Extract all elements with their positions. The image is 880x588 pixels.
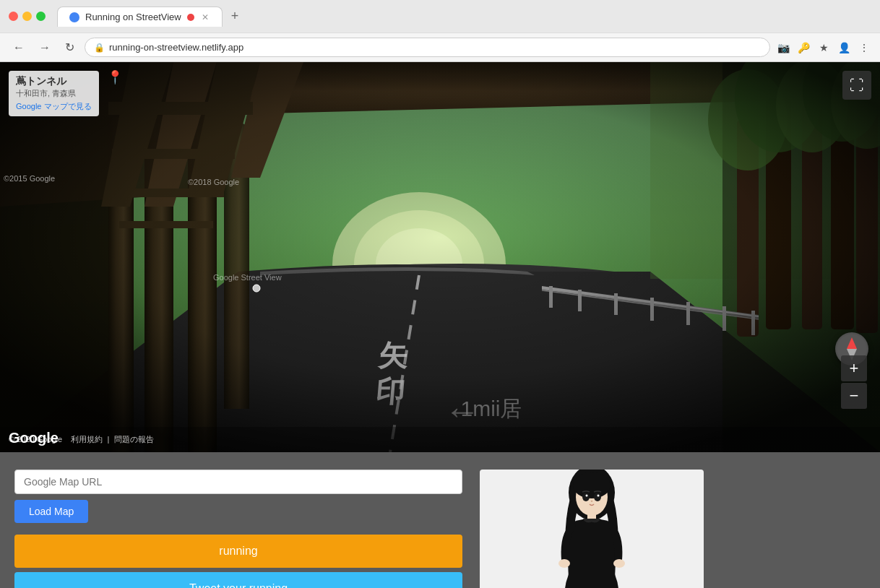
profile-icon[interactable]: 👤 xyxy=(837,40,851,55)
reload-button[interactable]: ↻ xyxy=(61,38,79,57)
browser-titlebar: Running on StreetView ✕ + xyxy=(0,0,880,33)
zoom-in-button[interactable]: + xyxy=(841,355,867,381)
zoom-controls: + − xyxy=(841,355,867,409)
svg-point-50 xyxy=(573,472,611,498)
svg-point-47 xyxy=(253,285,260,292)
svg-point-56 xyxy=(558,559,570,568)
google-maps-link[interactable]: Google マップで見る xyxy=(16,102,92,111)
browser-toolbar-icons: 📷 🔑 ★ 👤 ⋮ xyxy=(776,40,871,55)
bookmark-star-icon[interactable]: ★ xyxy=(816,40,831,55)
load-map-button[interactable]: Load Map xyxy=(14,500,88,523)
bottom-panel: Load Map running Tweet your running xyxy=(0,452,880,588)
streetview-scene-svg: 矢 印 ← 1mii居 xyxy=(0,62,880,452)
ssl-lock-icon: 🔒 xyxy=(94,43,105,53)
anime-character-svg xyxy=(548,470,635,588)
google-map-url-input[interactable] xyxy=(14,470,462,494)
tab-title: Running on StreetView xyxy=(85,12,181,22)
forward-button[interactable]: → xyxy=(35,38,55,57)
address-bar[interactable]: 🔒 running-on-streetview.netlify.app xyxy=(85,38,770,57)
svg-point-51 xyxy=(582,493,590,501)
svg-point-57 xyxy=(613,559,625,568)
active-tab[interactable]: Running on StreetView ✕ xyxy=(57,7,223,27)
minimize-window-dot[interactable] xyxy=(22,12,32,21)
svg-point-54 xyxy=(598,495,600,497)
report-link[interactable]: 問題の報告 xyxy=(114,435,154,444)
browser-chrome: Running on StreetView ✕ + ← → ↻ 🔒 runnin… xyxy=(0,0,880,62)
close-window-dot[interactable] xyxy=(9,12,18,21)
copyright-strip: Google © 2020 Google 利用規約 | 問題の報告 xyxy=(0,427,880,452)
location-name: 蔦トンネル xyxy=(16,75,92,88)
key-icon[interactable]: 🔑 xyxy=(796,40,811,55)
copyright-watermark-mid: Google Street View xyxy=(213,273,282,282)
tab-favicon xyxy=(69,12,79,22)
app-container: 矢 印 ← 1mii居 xyxy=(0,62,880,588)
zoom-out-button[interactable]: − xyxy=(841,383,867,409)
google-logo: Google xyxy=(9,430,59,446)
streetview-container[interactable]: 矢 印 ← 1mii居 xyxy=(0,62,880,452)
character-panel xyxy=(480,470,704,588)
tab-recording-indicator xyxy=(187,14,194,21)
location-info-overlay: 蔦トンネル 十和田市, 青森県 Google マップで見る xyxy=(9,71,99,116)
svg-point-53 xyxy=(586,495,588,497)
back-button[interactable]: ← xyxy=(9,38,29,57)
copyright-watermark-left: ©2015 Google xyxy=(4,174,55,183)
browser-toolbar: ← → ↻ 🔒 running-on-streetview.netlify.ap… xyxy=(0,33,880,61)
compass-north xyxy=(847,337,857,349)
running-button[interactable]: running xyxy=(14,535,462,568)
tweet-button[interactable]: Tweet your running xyxy=(14,572,462,588)
terms-link[interactable]: 利用規約 xyxy=(71,435,103,444)
street-scene: 矢 印 ← 1mii居 xyxy=(0,62,880,452)
browser-tabs: Running on StreetView ✕ + xyxy=(57,6,244,27)
url-text: running-on-streetview.netlify.app xyxy=(109,42,761,53)
browser-window-controls xyxy=(9,12,46,21)
camera-icon[interactable]: 📷 xyxy=(776,40,790,55)
menu-icon[interactable]: ⋮ xyxy=(857,40,871,55)
location-pin-icon: 📍 xyxy=(107,69,123,85)
svg-point-52 xyxy=(594,493,601,501)
tab-close-button[interactable]: ✕ xyxy=(200,12,210,22)
expand-icon: ⛶ xyxy=(850,77,864,94)
location-sub: 十和田市, 青森県 xyxy=(16,88,92,99)
controls-section: Load Map running Tweet your running xyxy=(14,470,462,588)
svg-rect-46 xyxy=(0,62,880,452)
new-tab-button[interactable]: + xyxy=(225,6,245,27)
expand-button[interactable]: ⛶ xyxy=(842,71,871,100)
maximize-window-dot[interactable] xyxy=(36,12,46,21)
copyright-watermark-top: ©2018 Google xyxy=(188,178,239,186)
